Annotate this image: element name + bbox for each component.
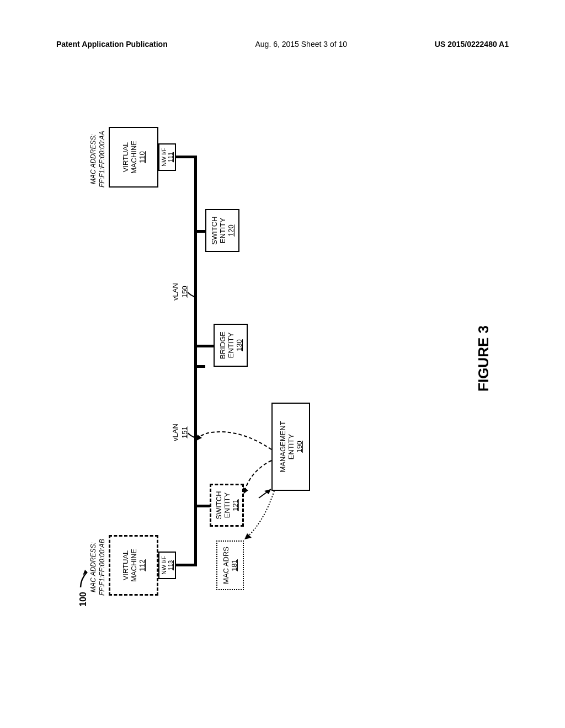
svg-marker-3 (244, 533, 252, 539)
header-center: Aug. 6, 2015 Sheet 3 of 10 (255, 40, 347, 49)
line-left-down (176, 564, 195, 566)
management-entity: MANAGEMENT ENTITY 190 (271, 403, 310, 491)
nwif-left: NW I/F 113 (158, 552, 176, 579)
header-right: US 2015/0222480 A1 (435, 40, 509, 49)
vlan-right-label: vLAN 150 (171, 283, 190, 301)
diagram-container: 100 MAC ADDRESS: FF:F1:FF:00:00:AB VIRTU… (28, 83, 537, 634)
mac-address-right-label: MAC ADDRESS: FF:F1:FF:00:00:AA (89, 131, 106, 188)
figure-caption: FIGURE 3 (475, 325, 492, 392)
ref-arrow-icon (79, 568, 90, 587)
switch-entity-right: SWITCH ENTITY 120 (205, 209, 239, 252)
bridge-line-1 (194, 365, 205, 368)
vlan-left-label: vLAN 151 (171, 424, 190, 441)
nwif-right: NW I/F 111 (158, 143, 176, 171)
mac-address-left-label: MAC ADDRESS: FF:F1:FF:00:00:AB (89, 539, 106, 596)
bridge-line-2 (194, 345, 214, 347)
virtual-machine-right: VIRTUAL MACHINE 110 (109, 127, 158, 188)
virtual-machine-left: VIRTUAL MACHINE 112 (109, 535, 158, 596)
solid-arrow-icon (258, 483, 274, 499)
switch-right-line (194, 230, 205, 233)
header-left: Patent Application Publication (56, 40, 168, 49)
line-right-down (176, 156, 195, 158)
rotated-diagram: 100 MAC ADDRESS: FF:F1:FF:00:00:AB VIRTU… (89, 110, 476, 607)
vlan-right-pointer-icon (188, 287, 196, 298)
page-header: Patent Application Publication Aug. 6, 2… (0, 40, 565, 49)
ref-number-100: 100 (78, 592, 88, 607)
bridge-entity: BRIDGE ENTITY 130 (214, 324, 248, 367)
